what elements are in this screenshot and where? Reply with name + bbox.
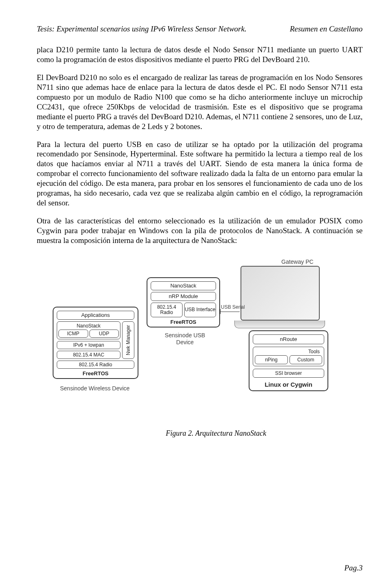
wireless-radio-box: 802.15.4 Radio <box>57 361 134 369</box>
figure-caption: Figura 2. Arquitectura NanoStack <box>37 429 363 438</box>
tools-container: Tools nPing Custom <box>253 347 324 366</box>
wireless-nano-label: NanoStack <box>58 323 119 329</box>
wireless-apps-box: Applications <box>57 311 134 320</box>
usb-device-title-text: Sensinode USB Device <box>160 332 209 346</box>
usb-connector-end <box>220 309 220 314</box>
laptop-screen-icon <box>241 266 320 321</box>
usbdev-usb-box: USB Interface <box>184 303 216 317</box>
custom-box: Custom <box>290 355 323 364</box>
wireless-icmp-box: ICMP <box>58 330 88 338</box>
usb-connector-line <box>220 312 240 312</box>
usb-device-title: Sensinode USB Device <box>160 332 209 346</box>
wireless-device-title: Sensinode Wireless Device <box>60 385 129 392</box>
wireless-ipv6-box: IPv6 + lowpan <box>57 341 120 349</box>
wireless-nano-group: NanoStack ICMP UDP <box>57 321 120 339</box>
usbdev-radio-box: 802.15.4 Radio <box>151 303 183 317</box>
usbdev-nano-box: NanoStack <box>151 281 216 290</box>
page-number: Pag.3 <box>344 564 363 572</box>
laptop-base-icon <box>234 321 325 328</box>
paragraph-4: Otra de las características del entorno … <box>37 216 363 245</box>
paragraph-2: El DevBoard D210 no solo es el encargado… <box>37 73 363 131</box>
usbdev-nrp-box: nRP Module <box>151 292 216 301</box>
laptop-icon <box>241 266 325 328</box>
header-left: Tesis: Experimental scenarios using IPv6… <box>37 24 247 33</box>
paragraph-1: placa D210 permite tanto la lectura de d… <box>37 45 363 65</box>
usb-serial-label: USB Serial <box>221 304 245 310</box>
header-right: Resumen en Castellano <box>290 24 363 33</box>
pc-box: nRoute Tools nPing Custom SSI browser Li… <box>249 330 328 391</box>
nping-box: nPing <box>255 355 288 364</box>
page: Tesis: Experimental scenarios using IPv6… <box>0 0 392 588</box>
ssi-box: SSI browser <box>253 369 324 378</box>
tools-label: Tools <box>255 349 322 354</box>
gateway-pc-label: Gateway PC <box>281 258 314 265</box>
usb-device-box: NanoStack nRP Module 802.15.4 Radio USB … <box>147 277 220 327</box>
wireless-nwk-box: Nwk Manager <box>122 321 134 359</box>
nroute-box: nRoute <box>253 334 324 344</box>
figure-area: Gateway PC nRoute Tools nPing Custom SSI… <box>37 262 363 417</box>
architecture-diagram: Gateway PC nRoute Tools nPing Custom SSI… <box>53 262 347 417</box>
usbdev-rtos-label: FreeRTOS <box>151 319 216 325</box>
wireless-device-box: Applications NanoStack ICMP UDP IPv6 + l… <box>53 307 138 379</box>
page-header: Tesis: Experimental scenarios using IPv6… <box>37 24 363 33</box>
paragraph-3: Para la lectura del puerto USB en caso d… <box>37 140 363 208</box>
wireless-rtos-label: FreeRTOS <box>57 370 134 376</box>
wireless-mac-box: 802.15.4 MAC <box>57 351 120 359</box>
wireless-udp-box: UDP <box>89 330 119 338</box>
os-label: Linux or Cygwin <box>253 381 324 388</box>
